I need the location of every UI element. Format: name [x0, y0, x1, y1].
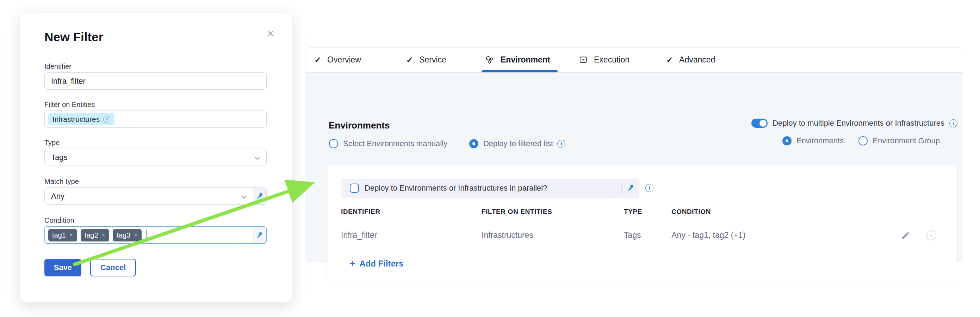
type-value: Tags	[51, 153, 67, 162]
radio-environment-group-label: Environment Group	[873, 136, 940, 146]
pin-icon	[256, 232, 263, 239]
tag-label: tag2	[84, 231, 98, 239]
close-icon[interactable]: ✕	[264, 27, 277, 40]
divider	[621, 182, 622, 195]
identifier-value: Infra_filter	[51, 77, 86, 86]
pin-button[interactable]	[253, 188, 266, 204]
parallel-checkbox-label: Deploy to Environments or Infrastructure…	[364, 184, 547, 193]
col-condition: CONDITION	[671, 208, 940, 216]
new-filter-modal: New Filter ✕ Identifier Infra_filter Fil…	[19, 13, 293, 302]
tag-label: tag3	[116, 231, 130, 239]
tab-label: Environment	[501, 55, 550, 65]
radio-environments[interactable]	[783, 136, 792, 146]
condition-tag-chip: tag1 ✕	[48, 229, 77, 242]
match-type-label: Match type	[45, 178, 79, 186]
multi-env-block: Deploy to multiple Environments or Infra…	[751, 118, 958, 146]
pin-button[interactable]	[627, 184, 635, 192]
add-filters-button[interactable]: + Add Filters	[350, 259, 404, 269]
chip-remove-icon[interactable]: ✕	[103, 116, 110, 123]
table-row: Infra_filter Infrastructures Tags Any - …	[341, 231, 940, 240]
type-label: Type	[45, 139, 59, 147]
condition-input[interactable]: tag1 ✕ tag2 ✕ tag3 ✕	[45, 226, 267, 244]
condition-tag-chip: tag2 ✕	[81, 229, 110, 242]
info-icon[interactable]: i	[645, 184, 654, 192]
check-icon: ✓	[666, 55, 673, 65]
cell-identifier: Infra_filter	[341, 231, 482, 240]
cancel-button[interactable]: Cancel	[90, 259, 136, 276]
edit-pencil-icon[interactable]	[901, 231, 910, 240]
cell-type: Tags	[624, 231, 671, 240]
active-tab-underline	[482, 70, 558, 72]
tab-overview[interactable]: ✓ Overview	[314, 48, 361, 72]
condition-tag-chip: tag3 ✕	[113, 229, 142, 242]
entities-label: Filter on Entities	[45, 101, 95, 109]
cell-filter-on-entities: Infrastructures	[482, 231, 624, 240]
modal-title: New Filter	[45, 30, 103, 44]
parallel-option-bar: Deploy to Environments or Infrastructure…	[341, 179, 640, 198]
tab-label: Advanced	[679, 55, 715, 65]
screen: New Filter ✕ Identifier Infra_filter Fil…	[0, 0, 980, 317]
multi-env-toggle-row: Deploy to multiple Environments or Infra…	[751, 118, 958, 128]
chip-remove-icon[interactable]: ✕	[69, 232, 73, 238]
chevron-down-icon	[241, 194, 247, 199]
tab-service[interactable]: ✓ Service	[406, 48, 446, 72]
pin-icon	[256, 192, 264, 200]
execution-icon	[579, 55, 588, 65]
multi-env-toggle[interactable]	[751, 118, 768, 128]
multi-env-toggle-label: Deploy to multiple Environments or Infra…	[773, 118, 944, 128]
tag-label: tag1	[52, 231, 66, 239]
toggle-knob	[759, 120, 767, 127]
chip-remove-icon[interactable]: ✕	[134, 232, 138, 238]
col-filter-on-entities: FILTER ON ENTITIES	[482, 208, 624, 216]
radio-select-manually-label: Select Environments manually	[343, 139, 447, 148]
chevron-down-icon	[255, 155, 260, 160]
scope-radios: Environments Environment Group	[783, 136, 940, 146]
condition-label: Condition	[45, 216, 74, 224]
match-type-select[interactable]: Any	[45, 187, 267, 205]
stage-tabbar: ✓ Overview ✓ Service Environment	[307, 48, 963, 73]
col-type: TYPE	[624, 208, 671, 216]
environment-tab-content: Environments Select Environments manuall…	[307, 73, 963, 262]
radio-deploy-filtered[interactable]	[469, 139, 478, 148]
stage-config-panel: ✓ Overview ✓ Service Environment	[307, 48, 963, 262]
pin-button[interactable]	[253, 227, 266, 243]
remove-row-icon[interactable]: −	[926, 231, 936, 240]
environment-icon	[485, 55, 495, 65]
tab-label: Service	[419, 55, 446, 65]
col-identifier: IDENTIFIER	[341, 208, 482, 216]
radio-deploy-filtered-label: Deploy to filtered list	[483, 139, 553, 148]
chip-remove-icon[interactable]: ✕	[102, 232, 106, 238]
plus-icon: +	[350, 259, 355, 269]
info-icon[interactable]: i	[949, 119, 958, 127]
info-icon[interactable]: i	[557, 140, 565, 148]
identifier-input[interactable]: Infra_filter	[45, 72, 267, 90]
environment-mode-radios: Select Environments manually Deploy to f…	[329, 139, 565, 148]
row-actions: −	[901, 231, 936, 240]
text-cursor	[146, 230, 147, 240]
entity-chip-label: Infrastructures	[52, 115, 100, 123]
entities-input[interactable]: Infrastructures ✕	[45, 110, 267, 128]
filters-card: Deploy to Environments or Infrastructure…	[328, 166, 956, 282]
radio-environments-label: Environments	[797, 136, 844, 146]
match-type-value: Any	[51, 192, 64, 201]
pin-icon	[627, 184, 635, 192]
check-icon: ✓	[314, 55, 321, 65]
check-icon: ✓	[406, 55, 413, 65]
cell-condition: Any - tag1, tag2 (+1)	[671, 231, 940, 240]
tab-label: Execution	[594, 55, 630, 65]
tab-environment[interactable]: Environment	[485, 48, 550, 72]
environments-heading: Environments	[329, 120, 390, 131]
radio-select-manually[interactable]	[329, 139, 338, 148]
parallel-checkbox[interactable]	[350, 184, 359, 193]
tab-advanced[interactable]: ✓ Advanced	[666, 48, 715, 72]
save-button[interactable]: Save	[45, 259, 81, 276]
filters-table-header: IDENTIFIER FILTER ON ENTITIES TYPE CONDI…	[341, 208, 940, 216]
tab-execution[interactable]: Execution	[579, 48, 630, 72]
entity-chip: Infrastructures ✕	[48, 113, 115, 125]
type-select[interactable]: Tags	[45, 149, 267, 166]
tab-label: Overview	[327, 55, 361, 65]
identifier-label: Identifier	[45, 62, 72, 70]
radio-environment-group[interactable]	[859, 136, 868, 146]
add-filters-label: Add Filters	[359, 259, 403, 269]
